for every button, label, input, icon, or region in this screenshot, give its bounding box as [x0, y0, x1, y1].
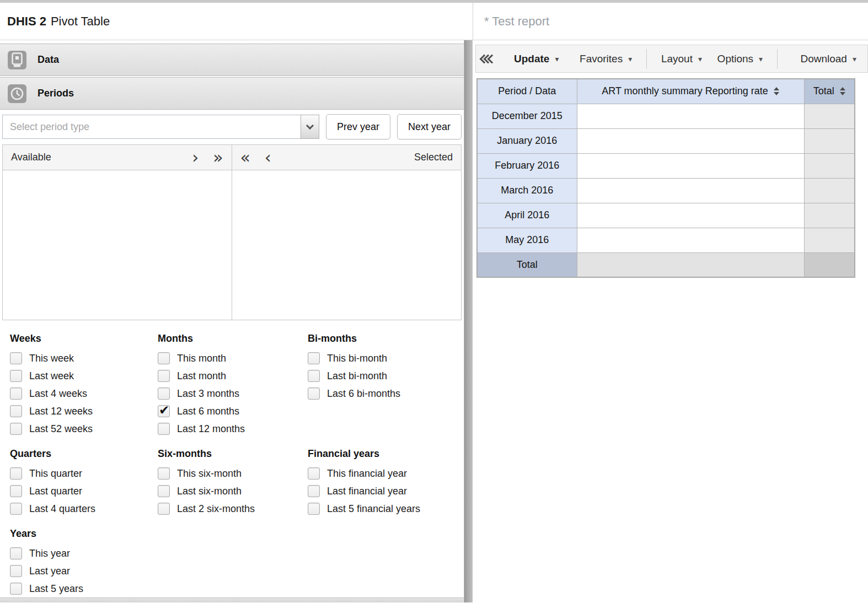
- checkbox[interactable]: [10, 565, 22, 577]
- period-checkbox-row[interactable]: Last financial year: [308, 482, 464, 500]
- period-checkbox-row[interactable]: Last bi-month: [308, 367, 464, 385]
- checkbox[interactable]: ✔: [158, 405, 170, 417]
- prev-year-button[interactable]: Prev year: [326, 114, 390, 139]
- period-controls: Prev year Next year: [0, 110, 464, 139]
- sort-icon[interactable]: [840, 87, 845, 95]
- period-checkbox-row[interactable]: Last 6 bi-months: [308, 385, 464, 402]
- period-checkbox-row[interactable]: This week: [10, 349, 158, 367]
- period-checkbox-row[interactable]: Last month: [158, 367, 308, 385]
- period-group-title: Quarters: [10, 448, 158, 460]
- period-group: Months This month Last month Last 3 mont…: [158, 326, 308, 438]
- period-checkbox-row[interactable]: ✔ Last 6 months: [158, 402, 308, 420]
- panel-splitter[interactable]: [464, 40, 473, 602]
- available-list[interactable]: [3, 170, 232, 320]
- checkbox[interactable]: [158, 370, 170, 382]
- checkbox-label: This month: [177, 353, 226, 364]
- data-cell: [577, 178, 804, 203]
- table-row: May 2016: [477, 228, 855, 252]
- period-checkbox-row[interactable]: Last 5 years: [10, 580, 158, 597]
- period-checkbox-row[interactable]: Last quarter: [10, 482, 158, 500]
- checkbox[interactable]: [308, 387, 320, 400]
- checkbox[interactable]: [158, 423, 170, 435]
- period-checkbox-row[interactable]: Last 2 six-months: [158, 500, 308, 518]
- period-checkbox-row[interactable]: Last 52 weeks: [10, 420, 158, 438]
- checkbox[interactable]: [158, 467, 170, 480]
- period-checkbox-row[interactable]: Last 12 weeks: [10, 402, 158, 420]
- column-header-total[interactable]: Total: [804, 79, 855, 104]
- checkbox[interactable]: [158, 387, 170, 400]
- period-checkbox-row[interactable]: This six-month: [158, 465, 308, 482]
- next-year-button[interactable]: Next year: [397, 114, 462, 139]
- period-checkbox-row[interactable]: Last week: [10, 367, 158, 385]
- period-checkbox-row[interactable]: This financial year: [308, 465, 464, 482]
- checkbox-label: This quarter: [29, 468, 82, 480]
- move-selected-left-icon[interactable]: ‹: [265, 152, 271, 163]
- move-all-right-icon[interactable]: »: [213, 152, 223, 163]
- layout-button[interactable]: Layout ▾: [658, 53, 705, 65]
- app-title: DHIS 2 Pivot Table: [0, 3, 473, 40]
- checkbox[interactable]: [308, 503, 320, 515]
- period-type-input[interactable]: [2, 115, 301, 139]
- total-cell: [804, 153, 855, 178]
- checkbox-label: Last 52 weeks: [29, 423, 93, 435]
- checkbox-label: Last 3 months: [177, 388, 239, 400]
- checkbox-label: This six-month: [177, 468, 242, 480]
- accordion-data-label: Data: [37, 54, 59, 66]
- accordion-periods-label: Periods: [37, 88, 74, 99]
- period-checkbox-row[interactable]: Last six-month: [158, 482, 308, 500]
- checkbox[interactable]: [308, 485, 320, 497]
- period-checkbox-row[interactable]: This year: [10, 545, 158, 562]
- checkbox[interactable]: [158, 503, 170, 515]
- checkbox[interactable]: [10, 423, 22, 435]
- checkbox[interactable]: [308, 352, 320, 364]
- column-header-reporting-rate[interactable]: ART monthly summary Reporting rate: [577, 79, 804, 104]
- period-checkbox-row[interactable]: Last 4 weeks: [10, 385, 158, 402]
- period-checkbox-row[interactable]: This month: [158, 349, 308, 367]
- sort-icon[interactable]: [774, 87, 779, 95]
- checkbox[interactable]: [10, 583, 22, 595]
- checkbox[interactable]: [10, 485, 22, 497]
- checkbox-label: Last month: [177, 370, 226, 382]
- checkbox-label: Last 2 six-months: [177, 503, 255, 515]
- clock-icon: [8, 84, 26, 103]
- checkbox[interactable]: [10, 503, 22, 515]
- favorites-button[interactable]: Favorites ▾: [576, 53, 635, 65]
- period-checkbox-row[interactable]: This bi-month: [308, 349, 464, 367]
- checkbox-label: Last 5 years: [29, 583, 83, 595]
- checkbox[interactable]: [10, 387, 22, 400]
- period-row-header: April 2016: [477, 203, 577, 228]
- checkbox-label: Last financial year: [327, 486, 407, 497]
- download-button[interactable]: Download ▾: [797, 53, 860, 65]
- table-total-row: Total: [477, 252, 855, 277]
- accordion-data[interactable]: Data: [0, 44, 464, 76]
- checkbox[interactable]: [308, 370, 320, 382]
- period-type-dropdown-button[interactable]: [301, 115, 319, 139]
- checkbox[interactable]: [10, 547, 22, 559]
- caret-down-icon: ▾: [853, 55, 856, 63]
- total-cell: [804, 203, 855, 228]
- checkbox[interactable]: [308, 467, 320, 480]
- update-button[interactable]: Update ▾: [511, 53, 562, 65]
- caret-down-icon: ▾: [628, 55, 632, 63]
- move-selected-right-icon[interactable]: ›: [192, 152, 199, 163]
- period-checkbox-row[interactable]: This quarter: [10, 465, 158, 482]
- checkbox[interactable]: [158, 352, 170, 364]
- accordion-periods[interactable]: Periods: [0, 77, 464, 110]
- checkbox[interactable]: [10, 467, 22, 480]
- caret-down-icon: ▾: [698, 55, 702, 63]
- period-checkbox-row[interactable]: Last 12 months: [158, 420, 308, 438]
- checkbox[interactable]: [10, 370, 22, 382]
- period-checkbox-row[interactable]: Last year: [10, 562, 158, 580]
- period-checkbox-row[interactable]: Last 4 quarters: [10, 500, 158, 518]
- period-checkbox-row[interactable]: Last 5 financial years: [308, 500, 464, 518]
- data-cell: [577, 153, 804, 178]
- checkbox-label: This year: [29, 548, 70, 559]
- collapse-west-panel-button[interactable]: [484, 56, 495, 62]
- checkbox[interactable]: [10, 405, 22, 417]
- selected-list[interactable]: [232, 170, 462, 320]
- period-checkbox-row[interactable]: Last 3 months: [158, 385, 308, 402]
- options-button[interactable]: Options ▾: [714, 53, 767, 65]
- move-all-left-icon[interactable]: «: [240, 152, 250, 163]
- checkbox[interactable]: [158, 485, 170, 497]
- checkbox[interactable]: [10, 352, 22, 364]
